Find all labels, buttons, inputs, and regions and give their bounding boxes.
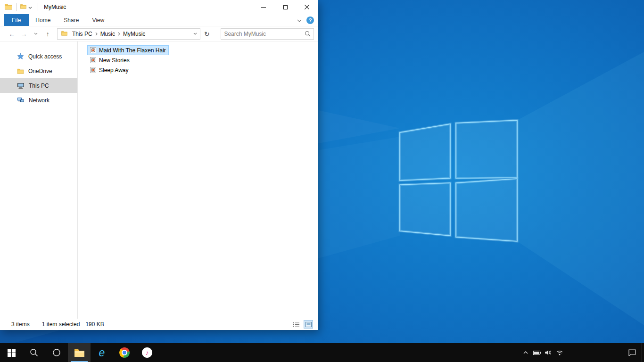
ribbon-tabstrip: File Home Share View ? [0,14,318,26]
file-item-new-stories[interactable]: New Stories [87,55,132,65]
titlebar[interactable]: MyMusic [0,0,318,14]
volume-tray-button[interactable] [543,343,554,362]
status-bar: 3 items 1 item selected 190 KB [0,319,318,330]
chrome-button[interactable] [113,343,136,362]
chevron-up-icon [523,351,528,354]
file-name: New Stories [99,57,130,64]
tab-share[interactable]: Share [57,14,85,26]
navigation-pane: Quick access OneDrive This PC Network [0,41,78,319]
network-tray-button[interactable] [554,343,565,362]
desktop: MyMusic File Home Share View ? [0,0,644,362]
window-controls [253,0,318,14]
tab-file[interactable]: File [4,14,29,26]
sidebar-item-label: Network [29,97,50,104]
sidebar-item-onedrive[interactable]: OneDrive [0,64,77,78]
recent-locations-chevron[interactable] [30,28,41,40]
breadcrumb-this-pc[interactable]: This PC [69,31,95,37]
cortana-icon [52,348,61,357]
breadcrumb-music[interactable]: Music [98,31,118,37]
audio-file-icon [90,67,96,73]
chevron-down-icon [193,33,197,35]
window-title: MyMusic [44,4,66,10]
wifi-icon [556,350,563,355]
file-name: Maid With The Flaxen Hair [99,47,166,54]
action-center-button[interactable] [623,343,642,362]
minimize-icon [261,7,266,8]
file-explorer-icon [74,348,85,357]
explorer-window: MyMusic File Home Share View ? [0,0,318,330]
chrome-icon [119,347,130,358]
window-folder-icon[interactable] [5,3,12,11]
close-button[interactable] [296,0,318,14]
show-desktop-button[interactable] [642,343,644,362]
cortana-button[interactable] [45,343,68,362]
start-button[interactable] [0,343,23,362]
windows-logo-icon [8,349,16,357]
search-icon [30,348,38,357]
internet-explorer-icon: e [99,347,105,358]
sidebar-item-label: This PC [29,82,49,89]
close-icon [305,5,309,9]
itunes-icon: ♪ [142,347,152,358]
network-icon [17,97,25,103]
taskbar: e ♪ [0,343,644,362]
minimize-button[interactable] [253,0,274,14]
titlebar-separator [16,3,17,11]
audio-file-icon [90,47,96,53]
taskbar-search-button[interactable] [23,343,45,362]
action-center-icon [628,349,636,356]
chevron-down-icon [34,33,38,35]
taskbar-file-explorer-button[interactable] [68,343,91,362]
large-icons-view-toggle[interactable] [304,320,313,329]
search-box [221,28,314,40]
maximize-icon [283,5,288,9]
status-selection: 1 item selected [42,321,80,328]
music-note-glyph: ♪ [146,349,149,356]
file-item-maid-with-the-flaxen-hair[interactable]: Maid With The Flaxen Hair [87,45,169,55]
titlebar-separator-2 [38,3,38,11]
file-item-sleep-away[interactable]: Sleep Away [87,65,132,75]
address-bar[interactable]: This PC Music MyMusic [57,28,200,40]
forward-button[interactable]: → [18,28,29,40]
back-button[interactable]: ← [7,28,17,40]
star-icon [17,53,24,60]
sidebar-item-label: Quick access [28,53,62,60]
search-input[interactable] [221,31,302,37]
show-hidden-icons-button[interactable] [520,343,531,362]
address-folder-icon [61,31,67,37]
refresh-button[interactable]: ↻ [201,28,212,40]
tab-home[interactable]: Home [29,14,57,26]
up-button[interactable]: ↑ [42,28,53,40]
sidebar-item-network[interactable]: Network [0,93,77,107]
battery-icon [533,351,541,355]
file-name: Sleep Away [99,67,129,74]
breadcrumb-mymusic[interactable]: MyMusic [120,31,148,37]
itunes-button[interactable]: ♪ [136,343,158,362]
explorer-main: Quick access OneDrive This PC Network [0,41,318,319]
status-item-count: 3 items [11,321,30,328]
maximize-button[interactable] [274,0,296,14]
internet-explorer-button[interactable]: e [91,343,113,362]
details-view-icon [293,322,299,327]
battery-tray-button[interactable] [531,343,543,362]
status-size: 190 KB [85,321,104,328]
expand-ribbon-chevron-icon[interactable] [297,17,302,24]
audio-file-icon [90,57,96,63]
sidebar-item-quick-access[interactable]: Quick access [0,49,77,64]
address-dropdown-chevron[interactable] [190,29,200,39]
sidebar-item-this-pc[interactable]: This PC [0,78,77,93]
qat-customize-chevron-icon[interactable] [28,4,32,10]
onedrive-folder-icon [17,68,24,74]
help-icon[interactable]: ? [306,16,314,24]
monitor-icon [17,82,25,89]
system-tray [520,343,644,362]
tab-view[interactable]: View [85,14,111,26]
search-icon[interactable] [302,31,314,37]
details-view-toggle[interactable] [291,320,301,329]
qat-folder-icon[interactable] [20,4,26,10]
speaker-icon [545,350,552,355]
large-icons-view-icon [305,322,312,327]
file-list[interactable]: Maid With The Flaxen Hair New Stories Sl… [78,41,318,319]
navigation-toolbar: ← → ↑ This PC Music MyMusic ↻ [0,26,318,41]
sidebar-item-label: OneDrive [28,68,52,74]
